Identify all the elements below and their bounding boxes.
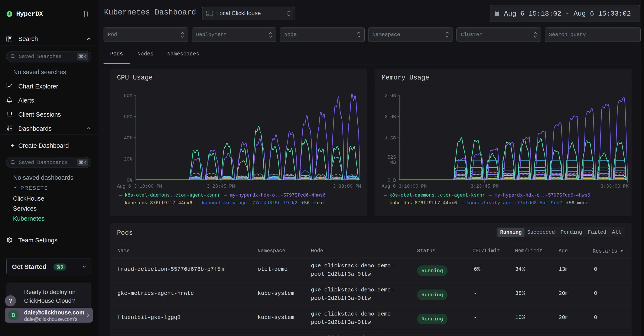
svg-text:1 GB: 1 GB xyxy=(385,136,396,141)
svg-text:525MB: 525MB xyxy=(388,155,396,165)
svg-text:3:23:45 PM: 3:23:45 PM xyxy=(470,184,499,189)
svg-text:Aug 6 3:18:00 PM: Aug 6 3:18:00 PM xyxy=(117,184,162,189)
svg-text:3:33:00 PM: 3:33:00 PM xyxy=(333,184,361,189)
svg-text:60%: 60% xyxy=(124,114,132,120)
svg-text:2 GB: 2 GB xyxy=(385,114,396,120)
svg-text:0 B: 0 B xyxy=(388,178,396,183)
svg-text:80%: 80% xyxy=(124,93,132,99)
svg-text:Aug 6 3:18:00 PM: Aug 6 3:18:00 PM xyxy=(382,184,427,189)
svg-text:3:23:45 PM: 3:23:45 PM xyxy=(207,184,235,189)
svg-text:20%: 20% xyxy=(124,157,132,162)
svg-text:40%: 40% xyxy=(124,136,132,141)
svg-text:0%: 0% xyxy=(127,178,132,183)
svg-text:3:33:00 PM: 3:33:00 PM xyxy=(600,184,629,189)
svg-text:2 GB: 2 GB xyxy=(385,93,396,99)
